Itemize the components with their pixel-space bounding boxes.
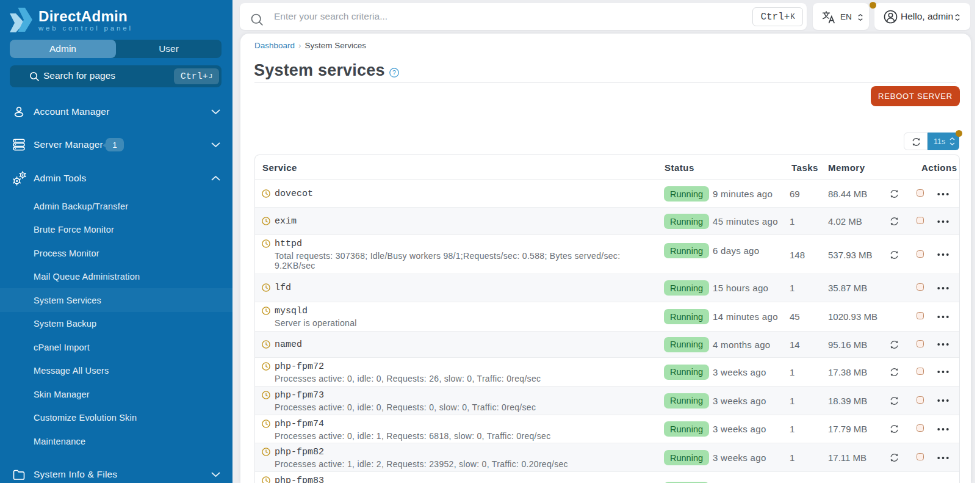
- svg-text:?: ?: [392, 69, 396, 76]
